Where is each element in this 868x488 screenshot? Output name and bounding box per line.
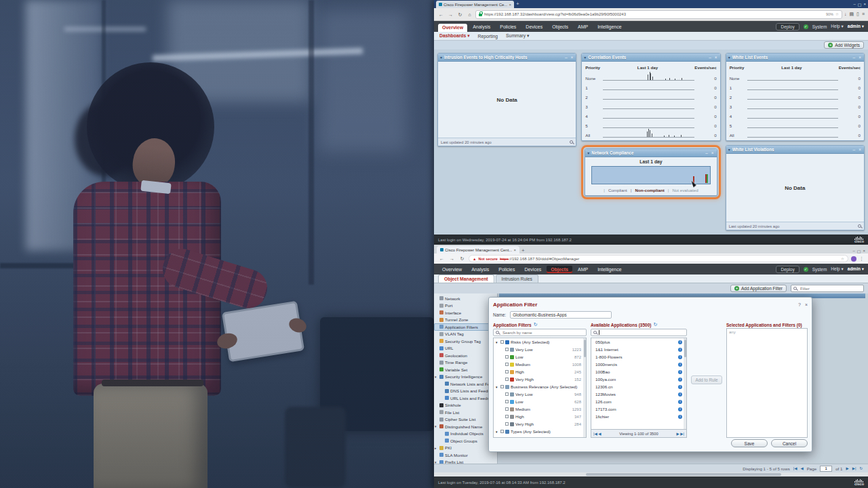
info-icon[interactable]: i bbox=[678, 385, 682, 389]
checkbox[interactable] bbox=[505, 348, 509, 351]
application-row[interactable]: 1&1 Internet i bbox=[591, 346, 686, 353]
deploy-button[interactable]: Deploy bbox=[776, 23, 799, 30]
expand-icon[interactable]: ▾ bbox=[496, 385, 499, 389]
filter-tree-row[interactable]: Very Low 1223 bbox=[494, 346, 586, 353]
table-row[interactable]: All 0 bbox=[585, 129, 716, 138]
back-icon[interactable]: ← bbox=[437, 11, 445, 18]
table-row[interactable]: None 0 bbox=[585, 72, 716, 81]
info-icon[interactable]: i bbox=[678, 370, 682, 374]
page-last-icon[interactable]: ▶| bbox=[852, 466, 856, 470]
checkbox[interactable] bbox=[505, 400, 509, 403]
nav-item[interactable]: Policies bbox=[496, 23, 520, 30]
checkbox[interactable] bbox=[500, 340, 504, 344]
widget-titlebar[interactable]: ▾ White List Violations – × bbox=[726, 146, 864, 154]
table-row[interactable]: 2 0 bbox=[585, 91, 716, 100]
table-row[interactable]: 3 0 bbox=[730, 100, 861, 110]
info-icon[interactable]: i bbox=[678, 378, 682, 382]
filter-tree-row[interactable]: Very High 284 bbox=[494, 420, 586, 428]
bookmark-star-icon[interactable]: ☆ bbox=[835, 12, 839, 16]
collapse-icon[interactable]: ▾ bbox=[728, 55, 730, 60]
nav-item[interactable]: Intelligence bbox=[593, 23, 625, 30]
expand-icon[interactable]: ▾ bbox=[496, 430, 499, 434]
expand-icon[interactable]: ▸ bbox=[435, 446, 438, 450]
nav-item[interactable]: Analysis bbox=[467, 266, 493, 273]
tab-close-icon[interactable]: × bbox=[509, 3, 511, 7]
home-icon[interactable]: ⌂ bbox=[466, 11, 473, 18]
expand-icon[interactable]: ▾ bbox=[435, 460, 438, 464]
back-icon[interactable]: ← bbox=[438, 255, 446, 262]
browser-tabbar[interactable]: Cisco Firepower Management Cent... × + –… bbox=[434, 245, 868, 253]
filter-tree-row[interactable]: ▾ Business Relevance (Any Selected) bbox=[494, 383, 586, 390]
filters-search-box[interactable] bbox=[493, 329, 587, 336]
scrollbar[interactable] bbox=[583, 338, 586, 437]
minimize-widget-icon[interactable]: – bbox=[852, 55, 856, 60]
system-menu[interactable]: System bbox=[812, 24, 827, 29]
info-icon[interactable]: i bbox=[678, 415, 682, 419]
nav-item[interactable]: Objects bbox=[547, 266, 572, 273]
deploy-button[interactable]: Deploy bbox=[776, 266, 799, 273]
expand-icon[interactable]: ▾ bbox=[496, 340, 499, 344]
expand-icon[interactable]: ▾ bbox=[435, 424, 438, 428]
application-row[interactable]: 1000mercis i bbox=[591, 361, 686, 368]
pager-first-icon[interactable]: |◀ bbox=[593, 432, 597, 436]
pager-prev-icon[interactable]: ◀ bbox=[598, 432, 601, 436]
widget-titlebar[interactable]: ▾ White List Events – × bbox=[726, 54, 864, 62]
window-minimize-icon[interactable]: – bbox=[852, 249, 854, 253]
browser-tab[interactable]: Cisco Firepower Management Ce... × bbox=[436, 1, 514, 8]
admin-menu[interactable]: admin ▾ bbox=[848, 266, 864, 272]
scrollbar[interactable] bbox=[684, 338, 686, 429]
minimize-widget-icon[interactable]: – bbox=[564, 55, 568, 60]
menu-dots-icon[interactable]: ⋮ bbox=[859, 256, 864, 262]
nav-item[interactable]: Overview bbox=[438, 266, 466, 273]
help-icon[interactable]: ? bbox=[798, 302, 801, 307]
forward-icon[interactable]: → bbox=[447, 11, 454, 18]
collapse-icon[interactable]: ▾ bbox=[728, 147, 730, 152]
window-maximize-icon[interactable]: ▢ bbox=[857, 249, 861, 253]
widget-titlebar[interactable]: ▾ Intrusion Events to High Criticality H… bbox=[438, 54, 576, 62]
subtab[interactable]: Intrusion Rules bbox=[496, 274, 538, 283]
system-menu[interactable]: System bbox=[812, 267, 827, 272]
pager-last-icon[interactable]: ▶| bbox=[680, 432, 684, 436]
close-widget-icon[interactable]: × bbox=[858, 55, 862, 60]
checkbox[interactable] bbox=[505, 355, 509, 359]
filter-name-input[interactable] bbox=[510, 311, 612, 319]
subnav-item[interactable]: Dashboards ▾ bbox=[439, 33, 470, 39]
add-application-filter-button[interactable]: + Add Application Filter bbox=[730, 285, 787, 292]
filter-tree-row[interactable]: Low 628 bbox=[494, 398, 586, 405]
minimize-widget-icon[interactable]: – bbox=[852, 147, 856, 152]
info-icon[interactable]: i bbox=[678, 400, 682, 404]
filter-tree-row[interactable]: Medium 1293 bbox=[494, 405, 586, 413]
browser-tab[interactable]: Cisco Firepower Management Cent... × bbox=[437, 246, 519, 253]
window-close-icon[interactable]: × bbox=[863, 2, 866, 7]
menu-icon[interactable]: ≡ bbox=[862, 12, 865, 17]
close-widget-icon[interactable]: × bbox=[858, 147, 862, 152]
window-close-icon[interactable]: × bbox=[863, 249, 865, 253]
cancel-button[interactable]: Cancel bbox=[771, 439, 808, 447]
forward-icon[interactable]: → bbox=[448, 255, 456, 262]
nav-item[interactable]: AMP bbox=[574, 266, 592, 273]
new-tab-button[interactable]: + bbox=[521, 248, 525, 253]
close-widget-icon[interactable]: × bbox=[711, 150, 715, 155]
info-icon[interactable]: i bbox=[678, 407, 682, 411]
info-icon[interactable]: i bbox=[678, 392, 682, 396]
filter-tree-row[interactable]: High 245 bbox=[494, 368, 586, 375]
refresh-icon[interactable]: ↻ bbox=[653, 322, 657, 327]
filter-tree-row[interactable]: Medium 1008 bbox=[494, 361, 586, 368]
info-icon[interactable]: i bbox=[678, 363, 682, 367]
checkbox[interactable] bbox=[505, 422, 509, 426]
pager-next-icon[interactable]: ▶ bbox=[676, 432, 679, 436]
table-row[interactable]: None 0 bbox=[730, 72, 861, 81]
sidebar-toggle-icon[interactable]: ▯ bbox=[856, 12, 859, 17]
help-menu[interactable]: Help ▾ bbox=[831, 24, 843, 29]
downloads-icon[interactable]: ↓ bbox=[844, 12, 847, 17]
nav-item[interactable]: Objects bbox=[548, 23, 572, 30]
close-widget-icon[interactable]: × bbox=[570, 55, 574, 60]
magnifier-icon[interactable] bbox=[570, 140, 573, 144]
selected-applications-box[interactable]: any bbox=[726, 328, 808, 438]
table-row[interactable]: 4 0 bbox=[730, 110, 861, 119]
available-search-input[interactable] bbox=[601, 330, 684, 336]
table-row[interactable]: 4 0 bbox=[585, 110, 716, 119]
application-row[interactable]: 100Bao i bbox=[591, 368, 686, 375]
add-to-rule-button[interactable]: Add to Rule bbox=[691, 375, 723, 384]
nav-item[interactable]: AMP bbox=[574, 23, 592, 30]
